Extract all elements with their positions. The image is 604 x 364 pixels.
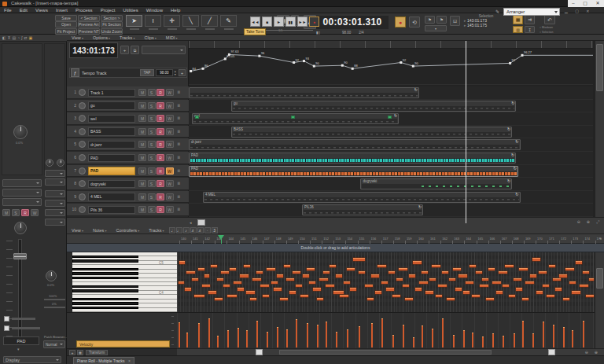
- midi-note[interactable]: [565, 268, 574, 270]
- prv-menu-notes[interactable]: Notes: [88, 228, 112, 233]
- menu-file[interactable]: File: [0, 8, 16, 13]
- piano-roll-ruler[interactable]: 1401411421431441451461471481491501511521…: [67, 234, 604, 244]
- black-key[interactable]: [72, 289, 138, 292]
- prv-hscroll-thumb[interactable]: [279, 350, 492, 355]
- velocity-stem[interactable]: [572, 330, 573, 347]
- midi-note[interactable]: [553, 278, 562, 281]
- close-button[interactable]: ✕: [596, 0, 600, 7]
- midi-note[interactable]: [459, 274, 467, 277]
- tempo-value-field[interactable]: 98.00: [156, 69, 173, 76]
- velocity-stem[interactable]: [347, 329, 348, 347]
- note-duration-button[interactable]: ♬: [190, 227, 197, 233]
- midi-note[interactable]: [250, 298, 256, 300]
- midi-note[interactable]: [405, 298, 414, 300]
- midi-note[interactable]: [336, 274, 342, 277]
- midi-note[interactable]: [230, 268, 236, 270]
- hscroll-left-arrow-icon[interactable]: ◂: [190, 219, 196, 226]
- volume-fader-handle[interactable]: [13, 253, 27, 259]
- midi-note[interactable]: [326, 285, 334, 287]
- mute-button[interactable]: M: [138, 102, 146, 109]
- add-track-button[interactable]: +: [120, 46, 129, 54]
- velocity-stem[interactable]: [463, 330, 465, 347]
- input-echo-icon[interactable]: ≣: [177, 194, 180, 199]
- prv-menu-controllers[interactable]: Controllers: [111, 228, 144, 233]
- arm-button[interactable]: R: [157, 102, 164, 109]
- mute-button[interactable]: M: [138, 206, 146, 213]
- prv-zoom-in-icon[interactable]: ⊕: [595, 350, 598, 355]
- input-echo-icon[interactable]: ≣: [177, 142, 180, 146]
- prv-menu-view[interactable]: View: [67, 228, 88, 233]
- volume-knob[interactable]: [13, 125, 28, 139]
- midi-note[interactable]: [536, 291, 543, 293]
- arranger-combo[interactable]: Arranger: [503, 8, 560, 16]
- midi-note[interactable]: [252, 278, 261, 281]
- mix-tool-button[interactable]: ▦: [513, 15, 523, 24]
- track-header-8[interactable]: 8dogrywkiMSRW≣: [67, 178, 189, 190]
- midi-note[interactable]: [576, 261, 582, 263]
- mute-button[interactable]: M: [138, 89, 146, 96]
- clips-tab-icon[interactable]: ▣: [29, 35, 33, 40]
- midi-note[interactable]: [409, 274, 415, 277]
- input-echo-icon[interactable]: ≣: [177, 129, 180, 134]
- midi-note[interactable]: [378, 265, 386, 267]
- marker-next-button[interactable]: ⚑: [436, 16, 447, 24]
- mute-button[interactable]: M: [138, 193, 146, 200]
- black-key[interactable]: [72, 307, 138, 309]
- velocity-stem[interactable]: [413, 337, 414, 347]
- tab-piano-roll[interactable]: Piano Roll - Multiple Tracks ×: [73, 357, 134, 364]
- add-controller-button[interactable]: +: [69, 350, 76, 355]
- input-echo-icon[interactable]: ≣: [177, 90, 180, 94]
- slider-b[interactable]: [44, 307, 65, 308]
- clip[interactable]: dr.jazz↻: [189, 139, 521, 150]
- toolbar-button---section[interactable]: < Section: [78, 15, 100, 21]
- track-name-field[interactable]: Track 1: [88, 89, 135, 97]
- solo-button[interactable]: S: [148, 180, 156, 187]
- velocity-stem[interactable]: [227, 330, 229, 347]
- black-key[interactable]: [72, 256, 138, 258]
- tap-tempo-button[interactable]: TAP: [140, 69, 154, 76]
- pan-knob-2[interactable]: [46, 270, 57, 281]
- track-name-field[interactable]: gu: [88, 101, 135, 110]
- mute-button[interactable]: M: [138, 154, 146, 161]
- note-duration-button[interactable]: ♩: [176, 227, 182, 233]
- velocity-stem[interactable]: [256, 321, 258, 347]
- midi-note[interactable]: [277, 274, 283, 277]
- velocity-stem[interactable]: [286, 329, 288, 347]
- track-name-field[interactable]: PAD: [88, 167, 135, 175]
- toolbar-button-save[interactable]: Save: [55, 15, 77, 21]
- input-echo-icon[interactable]: ≣: [177, 181, 180, 186]
- write-button[interactable]: W: [166, 89, 174, 96]
- midi-note[interactable]: [580, 285, 588, 287]
- midi-note[interactable]: [563, 298, 569, 300]
- midi-note[interactable]: [449, 278, 455, 281]
- midi-note[interactable]: [482, 278, 488, 281]
- track-hscroll-thumb[interactable]: [197, 219, 205, 226]
- clip-lane-8[interactable]: dogrywki↻: [189, 178, 593, 191]
- grid-icon[interactable]: ▦: [77, 350, 83, 355]
- toolbar-button-fit-project[interactable]: Fit Project: [55, 28, 77, 35]
- track-header-2[interactable]: 2guMSRW≣: [67, 100, 189, 112]
- velocity-stem[interactable]: [381, 318, 383, 347]
- track-vscroll-thumb[interactable]: [596, 44, 603, 91]
- clip-lane-5[interactable]: dr.jazz↻: [189, 138, 593, 152]
- note-duration-button[interactable]: ·: [204, 227, 211, 233]
- midi-note[interactable]: [569, 281, 576, 284]
- record-automation-button[interactable]: ●: [395, 17, 406, 28]
- now-time-readout[interactable]: 143:01:173: [69, 42, 118, 58]
- track-name-field[interactable]: BASS: [88, 127, 135, 136]
- velocity-stem[interactable]: [503, 336, 504, 347]
- patch-combo[interactable]: [2, 189, 42, 197]
- toolbar-button-open[interactable]: Open: [55, 21, 77, 28]
- midi-note[interactable]: [375, 291, 381, 293]
- clip-lane-9[interactable]: 4 MEL↻: [189, 191, 593, 204]
- piano-keyboard[interactable]: C5C4: [72, 252, 177, 312]
- midi-note[interactable]: [185, 288, 192, 290]
- add-tempo-node-button[interactable]: +: [179, 69, 186, 76]
- track-header-10[interactable]: 10Pils 36MSRW≣: [67, 204, 189, 216]
- midi-note[interactable]: [492, 281, 501, 284]
- midi-note[interactable]: [399, 268, 407, 270]
- tv-menu-tracks[interactable]: Tracks: [115, 35, 139, 40]
- screenset-pencil-icon[interactable]: ✎: [495, 9, 499, 14]
- midi-note[interactable]: [179, 281, 184, 284]
- midi-note[interactable]: [476, 271, 482, 274]
